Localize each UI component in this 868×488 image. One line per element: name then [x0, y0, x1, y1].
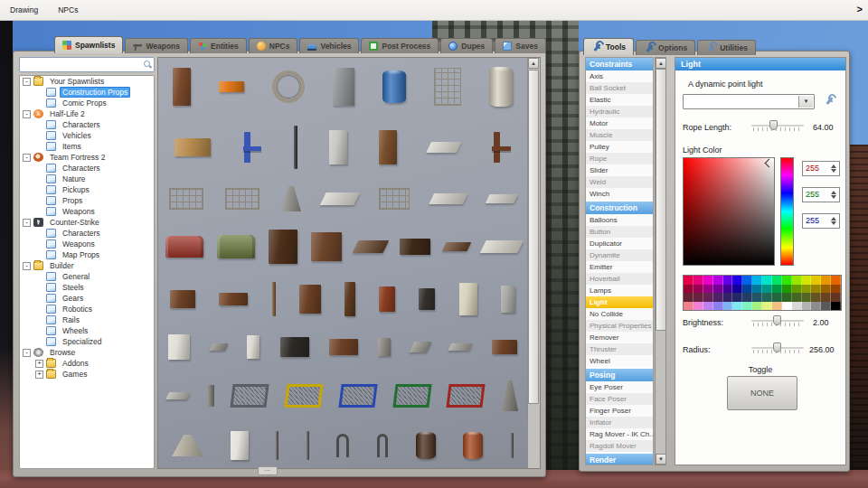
prop-thumbnail-shelf[interactable]: [426, 142, 462, 153]
palette-color[interactable]: [732, 285, 742, 294]
search-box[interactable]: [19, 57, 155, 72]
spinner-arrows-icon[interactable]: [830, 189, 837, 201]
palette-color[interactable]: [723, 285, 733, 294]
tree-item-builder[interactable]: -Builder: [20, 260, 154, 271]
palette-color[interactable]: [723, 293, 733, 302]
tree-item-robotics[interactable]: Robotics: [20, 304, 154, 314]
tree-item-browse[interactable]: -Browse: [20, 347, 154, 358]
tree-item-weapons[interactable]: Weapons: [20, 206, 154, 217]
tree-item-gears[interactable]: Gears: [20, 293, 154, 304]
tree-item-rails[interactable]: Rails: [20, 314, 154, 325]
prop-thumbnail-fence[interactable]: [379, 188, 410, 210]
prop-thumbnail-tray[interactable]: [209, 343, 229, 351]
palette-color[interactable]: [772, 293, 782, 302]
prop-thumbnail-washer[interactable]: [168, 334, 190, 360]
prop-thumbnail-stove[interactable]: [419, 288, 435, 310]
palette-color[interactable]: [821, 276, 831, 285]
collapse-icon[interactable]: -: [23, 262, 31, 270]
tree-resize-handle[interactable]: ...: [258, 466, 278, 475]
prop-thumbnail-mattress[interactable]: [429, 193, 468, 204]
tool-item-rope[interactable]: Rope: [586, 153, 653, 164]
prop-thumbnail-drawer-tray[interactable]: [352, 240, 389, 253]
prop-thumbnail-stool[interactable]: [173, 68, 191, 106]
tab-vehicles[interactable]: Vehicles: [299, 38, 359, 53]
tree-item-weapons[interactable]: Weapons: [20, 239, 154, 249]
palette-color[interactable]: [811, 302, 821, 311]
prop-thumbnail-dresser[interactable]: [311, 232, 342, 261]
tree-item-items[interactable]: Items: [20, 141, 154, 152]
palette-color[interactable]: [811, 285, 821, 294]
prop-thumbnail-tall-cabinet[interactable]: [344, 282, 355, 316]
prop-thumbnail-blue-chair[interactable]: [242, 132, 262, 163]
tool-item-winch[interactable]: Winch: [586, 188, 653, 200]
radius-slider[interactable]: [751, 343, 804, 353]
palette-color[interactable]: [782, 293, 792, 302]
tool-item-rag-mover-ik-ch-[interactable]: Rag Mover - IK Ch...: [586, 428, 653, 440]
collapse-icon[interactable]: -: [23, 154, 31, 162]
color-picker-square[interactable]: [683, 157, 775, 266]
palette-color[interactable]: [732, 302, 742, 311]
palette-color[interactable]: [723, 276, 733, 285]
expand-icon[interactable]: +: [35, 360, 43, 368]
prop-thumbnail-mattresses[interactable]: [479, 240, 524, 253]
prop-thumbnail-red-sofa[interactable]: [165, 236, 203, 258]
wrench-icon[interactable]: [824, 95, 836, 108]
palette-color[interactable]: [703, 276, 713, 285]
preset-dropdown[interactable]: ▼: [683, 94, 815, 109]
tool-item-hoverball[interactable]: Hoverball: [586, 273, 653, 285]
prop-thumbnail-green-sofa[interactable]: [217, 235, 255, 258]
prop-thumbnail-marble-slab[interactable]: [486, 194, 519, 203]
collapse-icon[interactable]: -: [23, 110, 31, 118]
search-input[interactable]: [22, 59, 141, 71]
prop-thumbnail-table[interactable]: [492, 340, 517, 354]
search-icon[interactable]: [144, 61, 151, 68]
prop-thumbnail-tray[interactable]: [441, 242, 471, 251]
tree-item-steels[interactable]: Steels: [20, 282, 154, 293]
spinner-arrows-icon[interactable]: [830, 163, 837, 174]
tool-item-no-collide[interactable]: No Collide: [586, 308, 653, 320]
tree-item-nature[interactable]: Nature: [20, 174, 154, 184]
palette-color[interactable]: [762, 293, 772, 302]
palette-color[interactable]: [792, 276, 802, 285]
palette-color[interactable]: [703, 302, 713, 311]
prop-thumbnail-lamp-shade[interactable]: [172, 435, 203, 456]
prop-thumbnail-small-cabinet[interactable]: [379, 286, 395, 312]
tool-item-button[interactable]: Button: [586, 226, 653, 238]
palette-color[interactable]: [684, 302, 693, 311]
palette-color[interactable]: [831, 302, 841, 311]
palette-color[interactable]: [802, 302, 812, 311]
tree-item-characters[interactable]: Characters: [20, 119, 154, 130]
palette-color[interactable]: [742, 302, 752, 311]
palette-color[interactable]: [752, 276, 762, 285]
tool-item-ragdoll-mover[interactable]: Ragdoll Mover: [586, 440, 653, 452]
prop-thumbnail-tank[interactable]: [489, 67, 513, 107]
tool-item-lamps[interactable]: Lamps: [586, 285, 653, 296]
hue-bar[interactable]: [780, 157, 794, 266]
tool-item-physical-properties[interactable]: Physical Properties: [586, 320, 653, 332]
green-value-spinner[interactable]: 255: [802, 187, 840, 202]
palette-color[interactable]: [802, 276, 812, 285]
tool-item-elastic[interactable]: Elastic: [586, 94, 653, 106]
palette-color[interactable]: [821, 302, 831, 311]
tab-npcs[interactable]: NPCs: [249, 38, 298, 53]
tree-item-general[interactable]: General: [20, 271, 154, 282]
tree-item-comic-props[interactable]: Comic Props: [20, 98, 154, 108]
prop-thumbnail-gate[interactable]: [434, 68, 461, 106]
palette-color[interactable]: [802, 285, 812, 294]
palette-color[interactable]: [831, 276, 841, 285]
prop-thumbnail-plank[interactable]: [272, 282, 276, 316]
palette-color[interactable]: [684, 285, 693, 294]
tool-item-pulley[interactable]: Pulley: [586, 141, 653, 153]
prop-thumbnail-bathtub[interactable]: [320, 192, 361, 205]
rope-length-slider[interactable]: [751, 120, 804, 131]
collapse-icon[interactable]: -: [23, 78, 31, 86]
prop-thumbnail-fence[interactable]: [169, 188, 203, 210]
prop-thumbnail-cage[interactable]: [231, 384, 269, 408]
tool-item-dynamite[interactable]: Dynamite: [586, 249, 653, 261]
tool-item-balloons[interactable]: Balloons: [586, 214, 653, 226]
prop-thumbnail-capacitors[interactable]: [219, 81, 244, 92]
palette-color[interactable]: [782, 285, 792, 294]
prop-thumbnail-pipe-hook[interactable]: [336, 434, 349, 457]
palette-color[interactable]: [792, 293, 802, 302]
tool-item-emitter[interactable]: Emitter: [586, 261, 653, 273]
